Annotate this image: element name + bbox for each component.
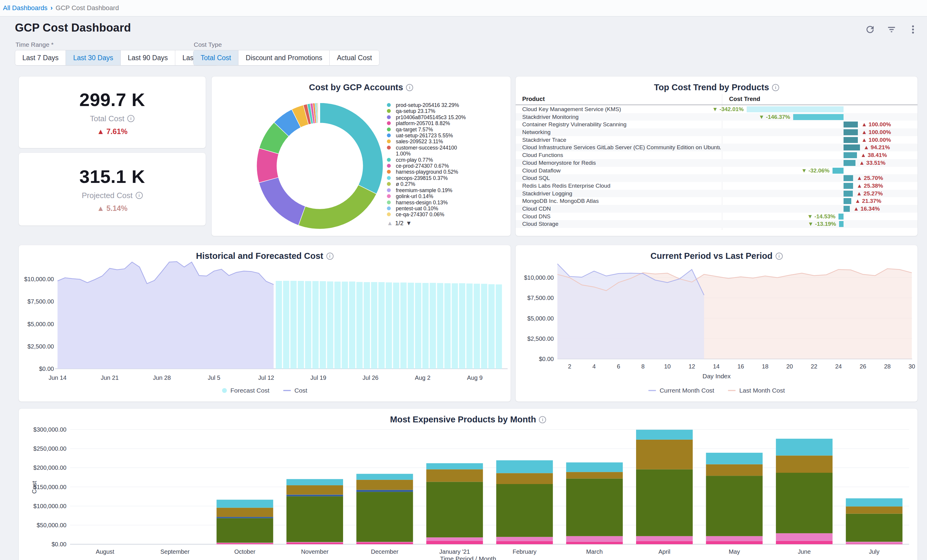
bar-segment-cyan[interactable] — [496, 460, 553, 473]
time-range-last-90-days[interactable]: Last 90 Days — [120, 50, 175, 65]
donut-legend-item[interactable]: sales-209522 3.11% — [387, 138, 466, 144]
bar-segment-magenta[interactable] — [846, 543, 903, 544]
bar-segment-magenta[interactable] — [706, 541, 763, 544]
legend-item-last-month-cost[interactable]: Last Month Cost — [728, 387, 785, 394]
donut-legend-item[interactable]: pr10406a87045145c3 15.20% — [387, 114, 466, 120]
bar-segment-magenta[interactable] — [286, 543, 343, 544]
legend-item-current-month-cost[interactable]: Current Month Cost — [648, 387, 714, 394]
bar-segment-pink[interactable] — [776, 533, 833, 541]
donut-legend-item[interactable]: qa-target 7.57% — [387, 127, 466, 132]
bar-segment-olive[interactable] — [217, 518, 274, 543]
donut-legend-item[interactable]: golink-url 0.14% — [387, 193, 466, 199]
bar-segment-olive[interactable] — [426, 482, 483, 537]
bar-segment-olive[interactable] — [286, 496, 343, 542]
bar-segment-gold[interactable] — [286, 485, 343, 495]
bar-segment-pink[interactable] — [566, 536, 623, 542]
donut-legend-item[interactable]: harness-playground 0.52% — [387, 169, 466, 175]
cost-type-actual-cost[interactable]: Actual Cost — [329, 50, 379, 65]
product-name[interactable]: Stackdriver Trace — [522, 136, 721, 144]
bar-segment-cyan[interactable] — [217, 500, 274, 508]
product-name[interactable]: Cloud Infrastructure Services GitLab Ser… — [522, 144, 721, 151]
bar-segment-pink[interactable] — [426, 537, 483, 541]
donut-slice-platform-205701[interactable] — [257, 148, 279, 183]
bar-segment-pink[interactable] — [217, 543, 274, 543]
bar-segment-pink[interactable] — [706, 536, 763, 541]
product-name[interactable]: Redis Labs Redis Enterprise Cloud — [522, 182, 721, 190]
donut-legend-item[interactable]: pentest-uat 0.10% — [387, 205, 466, 211]
donut-slice-prod-setup-205416[interactable] — [320, 103, 383, 194]
donut-legend-item[interactable]: freemium-sample 0.19% — [387, 187, 466, 193]
donut-legend-item[interactable]: ø 0.27% — [387, 181, 466, 187]
bar-segment-gold[interactable] — [846, 506, 903, 513]
info-icon[interactable] — [539, 416, 546, 423]
bar-segment-gold[interactable] — [566, 472, 623, 478]
bar-segment-blue[interactable] — [286, 495, 343, 496]
bar-segment-olive[interactable] — [496, 484, 553, 537]
breadcrumb-link-all-dashboards[interactable]: All Dashboards — [3, 4, 47, 12]
bar-segment-blue[interactable] — [217, 517, 274, 518]
donut-slice-ce-qa-274307[interactable] — [319, 103, 320, 123]
donut-slice-qa-setup[interactable] — [298, 185, 377, 229]
bar-segment-magenta[interactable] — [496, 541, 553, 544]
bar-segment-cyan[interactable] — [706, 453, 763, 464]
time-range-last-30-days[interactable]: Last 30 Days — [65, 50, 120, 65]
bar-segment-olive[interactable] — [636, 469, 693, 536]
bar-segment-magenta[interactable] — [636, 541, 693, 544]
product-name[interactable]: MongoDB Inc. MongoDB Atlas — [522, 197, 721, 205]
more-vert-icon[interactable] — [907, 23, 919, 36]
cost-type-total-cost[interactable]: Total Cost — [193, 50, 238, 65]
column-header-product[interactable]: Product — [522, 96, 545, 102]
bar-segment-magenta[interactable] — [566, 542, 623, 544]
donut-legend-item[interactable]: uat-setup-261723 5.55% — [387, 132, 466, 138]
bar-segment-blue[interactable] — [357, 490, 413, 492]
donut-legend-item[interactable]: platform-205701 8.82% — [387, 120, 466, 126]
info-icon[interactable] — [135, 192, 143, 199]
bar-segment-pink[interactable] — [636, 536, 693, 541]
filter-icon[interactable] — [885, 23, 898, 36]
time-range-last-7-days[interactable]: Last 7 Days — [15, 50, 65, 65]
donut-legend-item[interactable]: ccm-play 0.77% — [387, 157, 466, 163]
bar-segment-gold[interactable] — [496, 473, 553, 484]
bar-segment-gold[interactable] — [357, 480, 413, 490]
donut-legend-item[interactable]: harness-design 0.13% — [387, 200, 466, 205]
product-name[interactable]: Cloud Functions — [522, 151, 721, 159]
bar-segment-cyan[interactable] — [286, 479, 343, 485]
bar-segment-pink[interactable] — [286, 542, 343, 543]
donut-legend-item[interactable]: secops-239815 0.37% — [387, 175, 466, 181]
product-name[interactable]: Cloud Dataflow — [522, 167, 721, 175]
product-name[interactable]: Cloud Key Management Service (KMS) — [522, 105, 721, 113]
bar-segment-cyan[interactable] — [636, 430, 693, 440]
refresh-icon[interactable] — [864, 23, 876, 36]
bar-segment-olive[interactable] — [357, 492, 413, 542]
bar-segment-cyan[interactable] — [357, 474, 413, 480]
bar-segment-cyan[interactable] — [846, 498, 903, 506]
cost-type-discount-and-promotions[interactable]: Discount and Promotions — [238, 50, 329, 65]
donut-legend-item[interactable]: qa-setup 23.17% — [387, 108, 466, 114]
bar-segment-olive[interactable] — [706, 476, 763, 536]
legend-prev-page-icon[interactable]: ▲ — [387, 220, 393, 226]
bar-segment-magenta[interactable] — [357, 542, 413, 544]
bar-segment-cyan[interactable] — [426, 463, 483, 469]
product-name[interactable]: Cloud DNS — [522, 213, 721, 220]
bar-segment-cyan[interactable] — [776, 439, 833, 456]
bar-segment-gold[interactable] — [776, 455, 833, 473]
info-icon[interactable] — [772, 84, 779, 91]
bar-segment-olive[interactable] — [776, 473, 833, 533]
legend-item-cost[interactable]: Cost — [283, 387, 307, 394]
bar-segment-gold[interactable] — [217, 508, 274, 517]
product-name[interactable]: Cloud SQL — [522, 174, 721, 182]
bar-segment-magenta[interactable] — [776, 541, 833, 544]
product-name[interactable]: Cloud Storage — [522, 220, 721, 228]
legend-next-page-icon[interactable]: ▼ — [406, 220, 412, 226]
donut-legend-item[interactable]: ce-prod-274307 0.67% — [387, 163, 466, 169]
info-icon[interactable] — [406, 84, 413, 91]
bar-segment-pink[interactable] — [496, 537, 553, 541]
bar-segment-pink[interactable] — [357, 542, 413, 542]
product-name[interactable]: Cloud Memorystore for Redis — [522, 159, 721, 167]
info-icon[interactable] — [327, 253, 334, 260]
donut-slice-pr10406a87045145c3[interactable] — [259, 177, 305, 225]
bar-segment-magenta[interactable] — [217, 543, 274, 544]
bar-segment-gold[interactable] — [636, 440, 693, 469]
info-icon[interactable] — [776, 253, 783, 260]
product-name[interactable]: Stackdriver Monitoring — [522, 113, 721, 121]
